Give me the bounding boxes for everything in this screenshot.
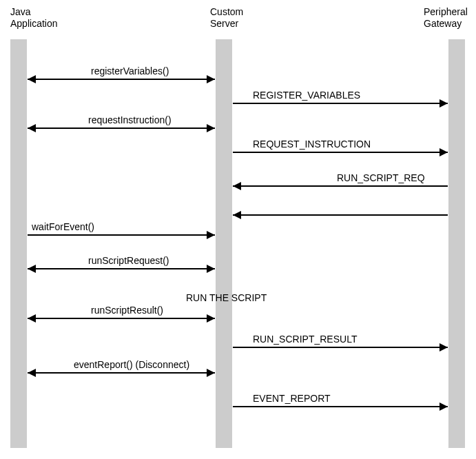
arrowhead-left-run-script-result: [28, 314, 36, 323]
participant-java-app: Java Application: [10, 6, 58, 30]
arrowhead-left-request-instruction: [28, 124, 36, 132]
arrowhead-right-register-variables: [207, 75, 215, 83]
arrow-run-script-req: [233, 185, 448, 187]
arrowhead-blank-return: [233, 211, 241, 219]
arrow-run-script-request-call: [28, 268, 215, 269]
msg-register-variables-call: registerVariables(): [91, 65, 169, 77]
participant-peripheral-gateway: Peripheral Gateway: [424, 6, 468, 30]
arrow-wait-for-event-call: [28, 234, 215, 236]
arrow-register-variables-call: [28, 79, 215, 80]
msg-run-script-result: RUN_SCRIPT_RESULT: [253, 334, 357, 345]
arrowhead-event-report: [439, 402, 448, 411]
arrow-run-script-result-call: [28, 318, 215, 319]
arrow-blank-return: [233, 214, 448, 216]
msg-wait-for-event-call: waitForEvent(): [32, 221, 94, 233]
participant-custom-server: Custom Server: [210, 6, 243, 30]
arrowhead-wait-for-event: [207, 231, 215, 239]
arrowhead-run-script-result: [439, 343, 448, 351]
arrowhead-right-run-script-result: [207, 314, 215, 323]
msg-register-variables: REGISTER_VARIABLES: [253, 90, 360, 101]
arrow-run-script-result: [233, 347, 448, 348]
msg-request-instruction: REQUEST_INSTRUCTION: [253, 139, 371, 150]
arrowhead-right-request-instruction: [207, 124, 215, 132]
msg-run-script-req: RUN_SCRIPT_REQ: [337, 172, 425, 184]
arrow-register-variables: [233, 103, 448, 104]
msg-request-instruction-call: requestInstruction(): [88, 114, 172, 126]
lifeline-custom-server: [216, 39, 232, 448]
msg-run-script-result-call: runScriptResult(): [91, 305, 163, 316]
arrow-request-instruction: [233, 152, 448, 153]
note-run-the-script: RUN THE SCRIPT: [186, 292, 267, 303]
arrowhead-register-variables: [439, 99, 448, 108]
arrowhead-left-register-variables: [28, 75, 36, 83]
msg-event-report-call: eventReport() (Disconnect): [74, 359, 189, 371]
arrowhead-right-event-report: [207, 369, 215, 377]
arrowhead-request-instruction: [439, 148, 448, 156]
arrowhead-left-run-script-request: [28, 265, 36, 273]
arrowhead-right-run-script-request: [207, 265, 215, 273]
arrow-request-instruction-call: [28, 127, 215, 129]
arrowhead-run-script-req: [233, 182, 241, 190]
arrow-event-report: [233, 406, 448, 407]
lifeline-java-app: [10, 39, 27, 448]
lifeline-peripheral-gateway: [448, 39, 465, 448]
arrowhead-left-event-report: [28, 369, 36, 377]
msg-event-report: EVENT_REPORT: [253, 393, 331, 405]
msg-run-script-request-call: runScriptRequest(): [88, 255, 169, 267]
arrow-event-report-call: [28, 372, 215, 374]
